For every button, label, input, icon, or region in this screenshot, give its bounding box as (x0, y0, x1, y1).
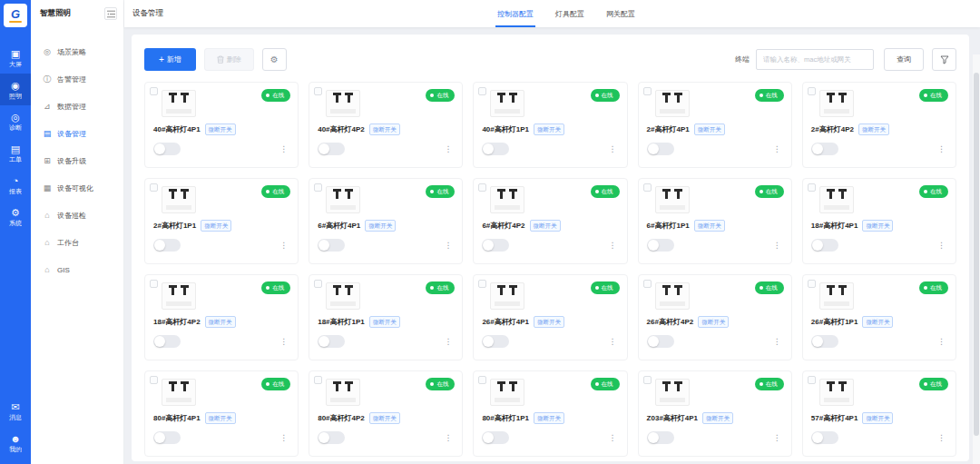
more-actions-icon[interactable]: ⋮ (937, 434, 946, 442)
device-terminal-icon (169, 381, 177, 391)
power-toggle[interactable] (318, 143, 345, 155)
power-toggle[interactable] (811, 431, 838, 444)
device-checkbox[interactable] (808, 183, 816, 192)
status-dot-icon (924, 94, 927, 97)
more-actions-icon[interactable]: ⋮ (773, 434, 781, 442)
device-checkbox[interactable] (150, 376, 158, 384)
sidebar-menu-item[interactable]: ◎ 场景策略 (31, 38, 123, 65)
power-toggle[interactable] (482, 239, 509, 252)
power-toggle[interactable] (482, 143, 509, 155)
device-checkbox[interactable] (150, 87, 158, 95)
sidebar-menu-item[interactable]: ⊿ 数据管理 (31, 93, 123, 120)
more-actions-icon[interactable]: ⋮ (279, 434, 288, 442)
app-logo[interactable]: G (4, 4, 27, 27)
query-button[interactable]: 查询 (884, 48, 924, 71)
device-checkbox[interactable] (643, 376, 652, 384)
more-actions-icon[interactable]: ⋮ (937, 145, 946, 153)
sidebar-menu-item[interactable]: ▦ 设备可视化 (31, 174, 123, 202)
menu-collapse-button[interactable] (104, 7, 117, 20)
more-actions-icon[interactable]: ⋮ (609, 145, 617, 153)
more-actions-icon[interactable]: ⋮ (609, 242, 617, 250)
more-actions-icon[interactable]: ⋮ (444, 242, 452, 250)
rail-nav-item[interactable]: ◔ 报表 (0, 169, 31, 201)
config-tab[interactable]: 灯具配置 (555, 0, 584, 27)
sidebar-menu-item[interactable]: ⌂ GIS (31, 256, 123, 283)
device-checkbox[interactable] (808, 376, 816, 384)
device-checkbox[interactable] (808, 280, 816, 288)
device-checkbox[interactable] (643, 280, 652, 288)
device-checkbox[interactable] (314, 87, 322, 95)
more-actions-icon[interactable]: ⋮ (279, 242, 288, 250)
power-toggle[interactable] (153, 239, 181, 252)
power-toggle[interactable] (318, 431, 345, 444)
power-toggle[interactable] (318, 239, 345, 252)
power-toggle[interactable] (647, 143, 674, 155)
device-base (824, 398, 849, 402)
filter-button[interactable] (932, 48, 956, 71)
power-toggle[interactable] (811, 143, 838, 155)
rail-nav-item[interactable]: ⚙ 系统 (0, 201, 31, 232)
rail-item-icon: ◔ (13, 175, 19, 186)
status-dot-icon (266, 94, 270, 97)
sidebar-menu-item[interactable]: ▤ 设备管理 (31, 120, 123, 147)
sidebar-menu-item[interactable]: ⌂ 工作台 (31, 229, 123, 256)
more-actions-icon[interactable]: ⋮ (279, 338, 288, 346)
power-toggle[interactable] (153, 431, 181, 444)
device-checkbox[interactable] (314, 376, 322, 384)
rail-bottom-item-label: 我的 (9, 446, 22, 453)
sidebar-item-icon: ⓘ (43, 74, 52, 85)
more-actions-icon[interactable]: ⋮ (773, 338, 781, 346)
terminal-search-input[interactable] (756, 49, 874, 70)
power-toggle[interactable] (318, 335, 345, 348)
more-actions-icon[interactable]: ⋮ (937, 338, 946, 346)
more-actions-icon[interactable]: ⋮ (444, 338, 452, 346)
more-actions-icon[interactable]: ⋮ (773, 145, 781, 153)
status-badge: 在线 (755, 185, 784, 198)
rail-nav-item[interactable]: ◎ 诊断 (0, 105, 31, 137)
rail-nav-item[interactable]: ▣ 大屏 (0, 42, 31, 74)
more-actions-icon[interactable]: ⋮ (773, 242, 781, 250)
more-actions-icon[interactable]: ⋮ (444, 145, 452, 153)
device-thumbnail (819, 186, 854, 213)
settings-button[interactable]: ⚙ (262, 48, 287, 71)
delete-button[interactable]: 删除 (204, 48, 254, 71)
scrollbar-thumb[interactable] (974, 73, 979, 436)
more-actions-icon[interactable]: ⋮ (279, 145, 288, 153)
power-toggle[interactable] (811, 335, 838, 348)
device-terminal-icon (497, 381, 505, 391)
more-actions-icon[interactable]: ⋮ (937, 242, 946, 250)
power-toggle[interactable] (811, 239, 838, 252)
device-checkbox[interactable] (314, 183, 322, 192)
rail-bottom-item[interactable]: ✉ 消息 (0, 395, 31, 427)
config-tab[interactable]: 控制器配置 (497, 0, 534, 27)
power-toggle[interactable] (482, 431, 509, 444)
device-name-row: 2#高杆灯4P2 微断开关 (811, 123, 947, 135)
more-actions-icon[interactable]: ⋮ (609, 338, 617, 346)
power-toggle[interactable] (647, 431, 674, 444)
power-toggle[interactable] (647, 335, 674, 348)
add-button[interactable]: + 新增 (144, 48, 196, 71)
device-checkbox[interactable] (643, 183, 652, 192)
power-toggle[interactable] (153, 335, 181, 348)
rail-bottom-item[interactable]: ☻ 我的 (0, 427, 31, 459)
device-checkbox[interactable] (478, 280, 486, 288)
more-actions-icon[interactable]: ⋮ (609, 434, 617, 442)
power-toggle[interactable] (647, 239, 674, 252)
device-checkbox[interactable] (478, 87, 486, 95)
device-checkbox[interactable] (150, 183, 158, 192)
config-tab[interactable]: 网关配置 (606, 0, 635, 27)
more-actions-icon[interactable]: ⋮ (444, 434, 452, 442)
device-checkbox[interactable] (314, 280, 322, 288)
sidebar-menu-item[interactable]: ⓘ 告警管理 (31, 65, 123, 93)
rail-nav-item[interactable]: ▤ 工单 (0, 137, 31, 169)
power-toggle[interactable] (482, 335, 509, 348)
rail-nav-item[interactable]: ◉ 照明 (0, 74, 31, 105)
sidebar-menu-item[interactable]: ⊞ 设备升级 (31, 147, 123, 174)
device-checkbox[interactable] (478, 376, 486, 384)
device-checkbox[interactable] (643, 87, 652, 95)
power-toggle[interactable] (153, 143, 181, 155)
device-checkbox[interactable] (808, 87, 816, 95)
device-checkbox[interactable] (150, 280, 158, 288)
device-checkbox[interactable] (478, 183, 486, 192)
sidebar-menu-item[interactable]: ⌂ 设备巡检 (31, 202, 123, 229)
